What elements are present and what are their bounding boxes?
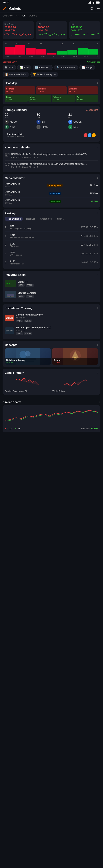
warrants-label: Warrants&CBBCs [9,73,27,76]
rank-info-1: PXD Pioneer Natural Resources [10,234,78,239]
sim-dot-0 [5,428,6,429]
etfs-button[interactable]: 📊 ETFs [17,65,31,70]
ranking-item-4[interactable]: 5 ALX Alexander's Inc 18,000 USD TTM [5,258,98,267]
ranking-item-1[interactable]: 2 PXD Pioneer Natural Resources 25, 440 … [5,232,98,241]
ranking-item-3[interactable]: 4 UAN CVR Partners 19,320 USD TTM [5,249,98,258]
tab-options[interactable]: Options [29,13,37,18]
menu-icon[interactable] [97,7,100,10]
inst-item-0[interactable]: BERKSHIREHATHAWAY Berkshire Hathaway Inc… [5,311,98,324]
svg-rect-14 [6,285,11,285]
concept-card-1[interactable]: Trump -1.25% [52,348,98,365]
cell-value-1: -1.21% [37,90,65,92]
cell-name-2: Software [69,88,97,90]
heatmap-arrow[interactable]: › [97,81,98,85]
nav-tabs: Overview HK US Options [0,12,103,20]
ranking-tab-0[interactable]: High Dividend [5,217,23,221]
ranking-tab-2[interactable]: Short Sales [38,217,54,221]
tab-us[interactable]: US [22,13,26,18]
inst-item-1[interactable]: SOROS Soros Capital Management LLC holdi… [5,324,98,337]
mm-header: Market Monitor › [5,176,98,180]
stock-row-1-1: H HMNY [36,125,66,129]
heatmap-cell-1[interactable]: Insurance -1.21% [36,86,67,94]
broker-button[interactable]: 🏆 Broker Ranking List [30,72,58,77]
market-monitor-section: Market Monitor › KWG GROUP 14:4100 Soari… [3,174,100,208]
econ-content-1: USDPhiladelphia Fed Manufacturing Index … [11,162,87,168]
margin-button[interactable]: 📈 Margin [79,65,95,70]
chain-tag-1-0[interactable]: AAPL [18,295,25,298]
chain-arrow[interactable]: › [97,273,98,276]
earnings-header: Earings Calendar 65 upcoming [5,108,98,112]
earnings-count[interactable]: 65 upcoming [85,109,98,111]
screener-button[interactable]: 🔍 Stock Screener [54,65,78,70]
index-label-2: HSI [71,23,99,25]
chain-thumb-0: >_chat [5,280,16,287]
candle-card-1[interactable]: Triple Bottom [52,376,98,393]
inst-arrow[interactable]: › [97,306,98,310]
chain-info-0: ChatGPT AAPL TCEHY [18,280,98,287]
mm-item-2[interactable]: KWG GROUP 14:4100 Rise 7%+ +7.58% [5,197,98,205]
inst-tag-1-1[interactable]: TCEHY [24,332,32,335]
margin-label: Margin [86,66,93,69]
mm-item-0[interactable]: KWG GROUP 14:4100 Soaring trade 181.39K [5,181,98,189]
avatar-2 [91,133,96,137]
heatmap-cell-3[interactable]: Bank +1.1% [5,95,28,102]
index-card-dow[interactable]: Dow Jones 28308.96 -32.31 -0.11 [3,21,34,39]
cell-name-4: Inform [30,96,50,98]
rank-info-3: UAN CVR Partners [10,251,79,256]
chain-tag-0-0[interactable]: AAPL [18,284,25,287]
chain-tag-1-1[interactable]: TCEHY [26,295,34,298]
tab-overview[interactable]: Overview [3,13,12,18]
concept-overlay-1: Trump -1.25% [52,358,98,365]
autoinvest-icon: 🔄 [35,66,38,69]
concept-card-0[interactable]: Solid-state battery +6.63% [5,348,51,365]
decliners-row: Decliners 1,360 Advancers 692 [3,61,100,63]
ranking-tab-1[interactable]: Heat List [24,217,37,221]
econ-arrow[interactable]: › [97,146,98,149]
index-value-1: 28308.96 [37,26,65,29]
candle-card-0[interactable]: Bearish Continuous Di... [5,376,51,393]
sim-dot-1 [15,428,16,429]
heatmap-cell-0[interactable]: Software -2.77% [5,86,35,94]
index-card-hsi1[interactable]: HSI 28308.96 -32.31 -0.11 [36,21,67,39]
autoinvest-button[interactable]: 🔄 Auto-Invest [33,65,53,70]
bar-chart-section: 4062403525304438 -7.8%-7.4%-5.0%-2.0%00.… [3,41,100,59]
svg-point-7 [91,7,93,9]
inst-tag-1-0[interactable]: AAPL [16,332,23,335]
ipos-icon: 🏛 [5,66,7,69]
bar-chart-bottom-labels: -7.8%-7.4%-5.0%-2.0%00.3%3.8%5.7%7% [5,55,98,57]
heatmap-row-1: Bank +1.1% Inform +1.2% Telecom +1.2% Ag… [5,95,98,102]
chain-item-0[interactable]: >_chat ChatGPT AAPL TCEHY [5,278,98,289]
heatmap-cell-6[interactable]: Ag +1.2% [76,95,98,102]
status-bar: 19:30 [0,0,103,5]
similar-arrow[interactable]: › [100,400,100,404]
warrants-button[interactable]: 📋 Warrants&CBBCs [3,72,29,77]
candle-arrow[interactable]: › [97,371,98,374]
stock-logo-2-1: N [68,125,72,129]
index-card-hsi2[interactable]: HSI 28308.96 +0.00 +0.00 [69,21,100,39]
ranking-item-2[interactable]: 3 BLK Blackrock 19 ,440 USD TTM [5,241,98,249]
ranking-arrow[interactable]: › [97,212,98,215]
search-icon[interactable] [90,7,94,10]
rank-num-1: 2 [5,235,8,238]
inst-tag-0-0[interactable]: AAPL [16,319,23,322]
mm-arrow[interactable]: › [97,176,98,180]
chain-tag-0-1[interactable]: TCEHY [26,284,34,287]
mm-item-1[interactable]: KWG GROUP 14:4100 Block Buy 105.26K [5,189,98,197]
heatmap-cell-4[interactable]: Inform +1.2% [28,95,51,102]
day-sub-2: Fri [68,117,98,119]
ranking-item-0[interactable]: 1 ZIM ZIM Integrated Shipping 27,550 USD… [5,223,98,232]
chain-item-1[interactable]: Electric Vehicles AAPL TCEHY [5,289,98,300]
concepts-arrow[interactable]: › [97,343,98,346]
inst-tag-0-1[interactable]: TCEHY [24,319,32,322]
bar-5 [57,51,67,55]
earnings-hub[interactable]: Earnings Hub 25 reports released [5,131,98,140]
heatmap-row-0: Software -2.77% Insurance -1.21% Softwar… [5,86,98,94]
tab-hk[interactable]: HK [16,13,19,18]
cell-value-2: -3.77% [69,90,97,92]
hub-avatars [84,133,96,137]
ipos-button[interactable]: 🏛 IPOs [3,65,16,70]
similar-charts-section: Similar Charts › TSLA TRI Similarity [0,398,103,436]
ranking-tab-3[interactable]: 5min V [55,217,66,221]
heatmap-cell-5[interactable]: Telecom +1.2% [52,95,75,102]
heatmap-cell-2[interactable]: Software -3.77% [68,86,98,94]
